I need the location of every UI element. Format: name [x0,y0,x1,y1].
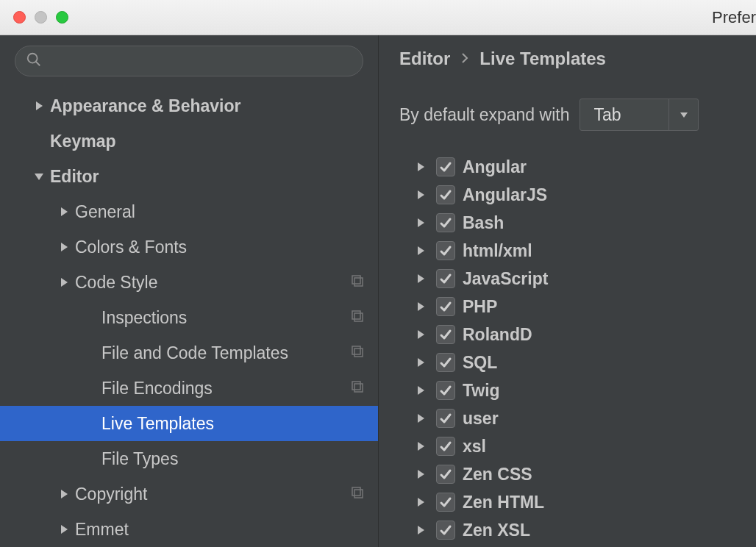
template-group-checkbox[interactable] [436,409,455,428]
arrow-down-icon[interactable] [28,171,50,182]
arrow-right-icon[interactable] [413,441,429,451]
template-group-row[interactable]: PHP [399,293,756,321]
arrow-right-icon[interactable] [413,469,429,479]
sidebar-item-label: File Encodings [101,379,350,398]
template-group-row[interactable]: JavaScript [399,265,756,293]
sidebar-item-file-encodings[interactable]: File Encodings [0,371,378,406]
sidebar-item-inspections[interactable]: Inspections [0,300,378,335]
template-group-checkbox[interactable] [436,465,455,484]
svg-marker-31 [418,470,424,479]
zoom-window-button[interactable] [56,11,68,24]
minimize-window-button[interactable] [35,11,47,24]
template-group-list: AngularAngularJSBashhtml/xmlJavaScriptPH… [399,153,756,544]
sidebar-item-label: Emmet [75,520,365,540]
breadcrumb-current: Live Templates [479,49,606,69]
sidebar-item-keymap[interactable]: Keymap [0,124,378,159]
arrow-right-icon[interactable] [53,207,75,217]
template-group-row[interactable]: RolandD [399,321,756,348]
sidebar-item-copyright[interactable]: Copyright [0,476,378,512]
arrow-right-icon[interactable] [53,524,75,535]
template-group-checkbox[interactable] [436,269,455,288]
template-group-label: JavaScript [463,269,548,289]
per-project-icon [350,308,365,328]
template-group-checkbox[interactable] [436,353,455,372]
arrow-right-icon[interactable] [413,246,429,256]
arrow-right-icon[interactable] [413,413,429,423]
svg-rect-9 [352,311,360,319]
expand-with-select[interactable]: Tab [580,99,699,131]
template-group-checkbox[interactable] [436,521,455,540]
template-group-label: xsl [463,437,486,457]
sidebar-item-emmet[interactable]: Emmet [0,512,378,547]
chevron-down-icon[interactable] [668,99,698,130]
template-group-row[interactable]: Zen HTML [399,488,756,516]
sidebar-item-colors-fonts[interactable]: Colors & Fonts [0,229,378,265]
template-group-checkbox[interactable] [436,437,455,456]
template-group-checkbox[interactable] [436,493,455,512]
sidebar-item-code-style[interactable]: Code Style [0,265,378,300]
template-group-row[interactable]: Bash [399,209,756,237]
svg-marker-21 [418,190,424,199]
sidebar-item-label: File and Code Templates [101,343,350,363]
sidebar-item-appearance-behavior[interactable]: Appearance & Behavior [0,88,378,124]
arrow-right-icon[interactable] [28,101,50,111]
arrow-right-icon[interactable] [413,190,429,200]
template-group-label: PHP [463,297,497,317]
template-group-checkbox[interactable] [436,241,455,260]
sidebar-item-file-types[interactable]: File Types [0,441,378,476]
template-group-row[interactable]: Zen CSS [399,460,756,488]
window-title: Prefer [0,8,756,27]
arrow-right-icon[interactable] [413,525,429,535]
svg-rect-16 [352,487,360,496]
template-group-checkbox[interactable] [436,213,455,232]
sidebar-item-live-templates[interactable]: Live Templates [0,406,378,441]
arrow-right-icon[interactable] [53,277,75,287]
template-group-label: html/xml [463,241,532,261]
sidebar-item-editor[interactable]: Editor [0,159,378,194]
template-group-checkbox[interactable] [436,325,455,344]
preferences-search-input[interactable] [48,54,352,69]
preferences-search[interactable] [15,46,363,76]
svg-marker-18 [61,525,68,534]
template-group-checkbox[interactable] [436,297,455,316]
template-group-row[interactable]: user [399,404,756,432]
per-project-icon [350,485,365,504]
template-group-row[interactable]: Angular [399,153,756,181]
sidebar-item-label: Live Templates [101,414,365,434]
arrow-right-icon[interactable] [413,357,429,368]
template-group-row[interactable]: Twig [399,376,756,404]
template-group-checkbox[interactable] [436,381,455,400]
template-group-row[interactable]: xsl [399,432,756,460]
breadcrumb-root[interactable]: Editor [399,49,450,69]
svg-point-0 [28,54,38,63]
svg-line-1 [36,62,40,66]
arrow-right-icon[interactable] [413,162,429,172]
arrow-right-icon[interactable] [413,301,429,312]
sidebar-item-file-and-code-templates[interactable]: File and Code Templates [0,335,378,371]
arrow-right-icon[interactable] [413,497,429,507]
template-group-row[interactable]: Zen XSL [399,516,756,544]
per-project-icon [350,343,365,363]
svg-marker-22 [418,218,424,227]
close-window-button[interactable] [13,11,26,24]
arrow-right-icon[interactable] [53,489,75,499]
template-group-checkbox[interactable] [436,157,455,176]
arrow-right-icon[interactable] [413,385,429,396]
arrow-right-icon[interactable] [413,218,429,228]
svg-rect-10 [354,313,363,321]
template-group-row[interactable]: html/xml [399,237,756,265]
breadcrumb: Editor Live Templates [399,49,756,69]
template-group-checkbox[interactable] [436,185,455,204]
svg-marker-24 [418,274,424,283]
sidebar-item-general[interactable]: General [0,194,378,229]
arrow-right-icon[interactable] [413,329,429,340]
arrow-right-icon[interactable] [53,242,75,252]
sidebar-item-label: Colors & Fonts [75,237,365,257]
per-project-icon [350,379,365,398]
template-group-row[interactable]: AngularJS [399,181,756,209]
arrow-right-icon[interactable] [413,274,429,284]
svg-rect-14 [354,384,363,392]
svg-marker-19 [680,112,688,118]
template-group-label: AngularJS [463,185,547,205]
template-group-row[interactable]: SQL [399,348,756,376]
